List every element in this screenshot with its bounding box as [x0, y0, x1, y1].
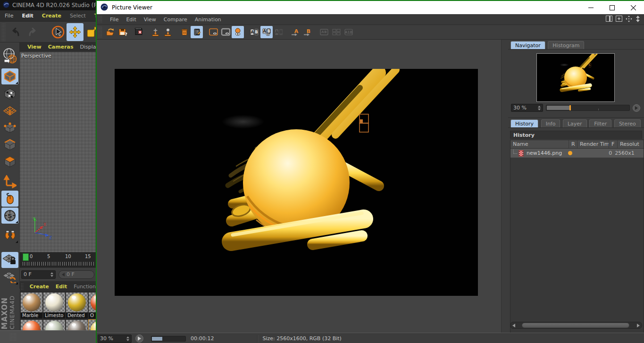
tab-history[interactable]: History — [510, 119, 538, 127]
panel-split-icon[interactable] — [606, 16, 612, 23]
history-row-new1446[interactable]: new1446.png 0 2560x1 — [510, 149, 644, 158]
rendered-image[interactable] — [115, 69, 478, 296]
edges-mode-button[interactable] — [1, 137, 18, 153]
tab-navigator[interactable]: Navigator — [510, 41, 545, 49]
coordinate-globe-icon[interactable] — [1, 46, 18, 67]
column-name[interactable]: Name — [510, 140, 569, 148]
column-f[interactable]: F — [609, 140, 618, 148]
panel-add-icon[interactable] — [616, 16, 622, 23]
viewport-solo-button[interactable] — [1, 191, 18, 207]
menu-select[interactable]: Select — [70, 13, 86, 19]
tab-stereo[interactable]: Stereo — [614, 119, 641, 127]
material-limestone[interactable]: Limesto — [43, 293, 65, 318]
set-as-b-button[interactable]: B — [301, 26, 314, 38]
delete-image-button[interactable] — [178, 26, 191, 38]
render-settings-button[interactable] — [133, 26, 145, 38]
current-frame-field[interactable]: 0 F — [21, 270, 56, 279]
set-as-a-button[interactable]: A — [289, 26, 301, 38]
navigator-zoom-spinner[interactable] — [538, 106, 541, 110]
pv-menu-view[interactable]: View — [144, 17, 156, 23]
tab-filter[interactable]: Filter — [589, 119, 611, 127]
scroll-right-icon[interactable] — [637, 324, 640, 327]
viewport-camera-label[interactable]: Perspective — [21, 53, 51, 59]
panel-scale-icon[interactable] — [636, 16, 640, 24]
undo-button[interactable] — [7, 23, 24, 41]
picture-viewer-titlebar[interactable]: Picture Viewer — [97, 1, 644, 14]
column-render-time[interactable]: Render Time — [577, 140, 609, 148]
live-selection-tool[interactable] — [50, 23, 67, 41]
polygons-mode-button[interactable] — [1, 154, 18, 170]
single-view-a-button[interactable] — [207, 26, 219, 38]
single-view-b-button[interactable] — [219, 26, 232, 38]
maximize-button[interactable] — [602, 1, 623, 14]
axis-mode-button[interactable] — [1, 174, 18, 190]
material-row2-2[interactable] — [43, 320, 65, 330]
pv-menu-edit[interactable]: Edit — [126, 17, 136, 23]
range-start-field[interactable]: 0 F — [59, 270, 94, 279]
scroll-left-icon[interactable] — [512, 324, 515, 327]
material-dented[interactable]: Dented — [66, 293, 88, 318]
navigator-zoom-field[interactable]: 30 % — [511, 104, 543, 112]
snap-button[interactable]: S — [1, 208, 18, 224]
image-canvas[interactable] — [97, 40, 502, 333]
material-marble[interactable]: Marble — [21, 293, 42, 318]
material-row2-1[interactable] — [21, 320, 42, 330]
material-menubar-grip[interactable] — [21, 283, 23, 291]
import-image-button[interactable] — [150, 26, 162, 38]
pv-menu-file[interactable]: File — [110, 17, 118, 23]
statusbar-zoom-field[interactable]: 30 % — [98, 335, 132, 343]
column-r[interactable]: R — [569, 140, 577, 148]
menu-edit[interactable]: Edit — [22, 13, 33, 19]
slider-expand-button[interactable] — [633, 104, 640, 112]
pv-menu-compare[interactable]: Compare — [164, 17, 187, 23]
image-notes-button[interactable] — [191, 26, 203, 38]
minimize-button[interactable] — [580, 1, 602, 14]
material-row2-3[interactable] — [66, 320, 88, 330]
workplane-mode-button[interactable] — [1, 103, 18, 119]
workplane-refresh-button[interactable] — [1, 269, 18, 285]
history-horizontal-scrollbar[interactable] — [510, 322, 642, 329]
menu-file[interactable]: File — [5, 13, 13, 19]
timeline-current-frame-marker[interactable] — [23, 253, 29, 261]
toolbar-grip[interactable] — [1, 23, 6, 41]
viewport[interactable]: Perspective Y X Z — [20, 52, 96, 252]
viewport-menu-view[interactable]: View — [27, 44, 42, 50]
material-cut[interactable]: O — [89, 293, 96, 318]
open-file-button[interactable] — [104, 26, 117, 38]
bottom-bar-grip[interactable] — [9, 333, 17, 341]
column-resolution[interactable]: Resolut — [618, 140, 644, 148]
redo-button[interactable] — [24, 23, 41, 41]
viewport-menu-cameras[interactable]: Cameras — [48, 44, 74, 50]
texture-mode-button[interactable] — [1, 86, 18, 102]
pv-menu-animation[interactable]: Animation — [195, 17, 221, 23]
close-button[interactable] — [623, 1, 644, 14]
tab-layer[interactable]: Layer — [563, 119, 587, 127]
magnet-snap-button[interactable] — [1, 227, 18, 243]
pv-menubar-grip[interactable] — [98, 16, 102, 23]
scrollbar-thumb[interactable] — [522, 323, 629, 328]
menu-create[interactable]: Create — [42, 13, 61, 19]
model-mode-button[interactable] — [1, 68, 18, 84]
material-menu-function[interactable]: Function — [74, 284, 96, 290]
lock-workplane-button[interactable] — [1, 252, 18, 268]
import-from-object-button[interactable] — [162, 26, 174, 38]
material-row2-4-selected[interactable] — [89, 320, 96, 330]
points-mode-button[interactable] — [1, 120, 18, 136]
timeline-ruler[interactable]: 0 5 10 15 — [20, 252, 96, 268]
ab-compare-button[interactable]: AB — [260, 26, 273, 38]
tab-histogram[interactable]: Histogram — [548, 41, 584, 49]
full-view-button[interactable] — [232, 26, 244, 38]
ab-swap-button[interactable]: AB — [248, 26, 260, 38]
navigator-zoom-slider[interactable] — [546, 105, 630, 111]
material-menu-edit[interactable]: Edit — [56, 284, 67, 290]
navigator-thumbnail[interactable] — [536, 53, 615, 102]
frame-spinner[interactable] — [50, 272, 53, 277]
move-tool[interactable] — [67, 23, 84, 41]
pv-toolbar-grip[interactable] — [98, 26, 102, 38]
tab-info[interactable]: Info — [541, 119, 560, 127]
material-menu-create[interactable]: Create — [30, 284, 49, 290]
zoom-slider-handle[interactable] — [569, 105, 571, 110]
statusbar-zoom-spinner[interactable] — [126, 336, 129, 341]
play-animation-button[interactable] — [135, 335, 143, 343]
panel-move-icon[interactable] — [626, 16, 632, 24]
